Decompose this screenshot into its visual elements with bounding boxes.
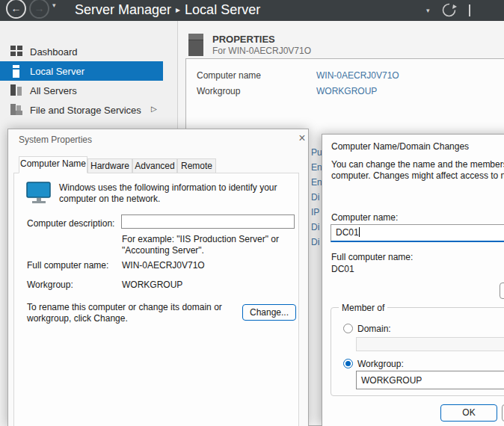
refresh-icon	[441, 2, 457, 18]
clipped-value-link[interactable]: Di	[311, 192, 319, 203]
server-manager-window: ← → ▾ Server Manager▸Local Server ▾ Dash…	[0, 0, 504, 426]
domain-input[interactable]	[356, 337, 504, 351]
workgroup-radio[interactable]	[343, 359, 353, 368]
sidebar-item-label: Dashboard	[30, 46, 78, 58]
full-computer-name-value: WIN-0AECRJ0V71O	[122, 260, 205, 271]
full-computer-name-value: DC01	[331, 264, 354, 274]
full-computer-name-label: Full computer name:	[27, 260, 108, 271]
tab-remote[interactable]: Remote	[177, 158, 216, 173]
workgroup-input[interactable]: WORKGROUP	[356, 371, 504, 389]
workgroup-value: WORKGROUP	[122, 280, 182, 290]
dialog-intro-line2: computer. Changes might affect access to…	[331, 170, 504, 181]
dialog-title: System Properties	[19, 135, 92, 145]
sidebar-item-label: Local Server	[30, 66, 84, 77]
breadcrumb-separator-icon: ▸	[171, 4, 185, 15]
ok-button[interactable]: OK	[440, 404, 497, 422]
change-button[interactable]: Change...	[242, 304, 296, 321]
all-servers-icon	[10, 84, 22, 99]
top-bar: ← → ▾ Server Manager▸Local Server ▾	[0, 0, 504, 21]
back-button[interactable]: ←	[6, 0, 26, 19]
sidebar-item-dashboard[interactable]: Dashboard	[0, 42, 163, 61]
computer-name-tab-page: Windows uses the following information t…	[13, 173, 299, 426]
clipped-value-link[interactable]: En	[311, 177, 322, 188]
member-of-groupbox: Member of Domain: Workgroup: WORKGROUP	[331, 307, 504, 396]
clipped-value-link[interactable]: IP	[311, 207, 319, 217]
workgroup-label: Workgroup:	[27, 280, 73, 290]
sidebar-item-label: All Servers	[30, 85, 77, 96]
more-button-clipped[interactable]	[500, 283, 504, 299]
member-of-label: Member of	[339, 303, 387, 313]
manage-dropdown-caret-icon[interactable]: ▾	[426, 7, 430, 14]
sidebar-item-file-storage-services[interactable]: File and Storage Services ▷	[0, 100, 163, 120]
dialog-title: Computer Name/Domain Changes	[331, 141, 469, 152]
dashboard-icon	[10, 46, 22, 58]
refresh-button[interactable]	[441, 2, 457, 21]
local-server-icon	[13, 65, 19, 80]
computer-name-link[interactable]: WIN-0AECRJ0V71O	[316, 70, 399, 81]
breadcrumb: Server Manager▸Local Server	[75, 2, 260, 18]
computer-name-input[interactable]: DC01	[331, 224, 504, 242]
clipped-value-link[interactable]: En	[311, 162, 322, 173]
tab-advanced[interactable]: Advanced	[132, 158, 177, 173]
computer-name-label: Computer name:	[331, 212, 398, 223]
clipped-value-link[interactable]: Di	[311, 237, 319, 247]
sidebar-item-local-server[interactable]: Local Server	[0, 61, 163, 81]
rename-hint-text: To rename this computer or change its do…	[27, 302, 245, 324]
expand-chevron-icon[interactable]: ▷	[151, 105, 157, 113]
nav-history-caret-icon[interactable]: ▾	[52, 2, 56, 9]
domain-radio-label: Domain:	[357, 324, 391, 334]
file-storage-services-icon	[10, 104, 22, 118]
monitor-icon	[26, 182, 52, 207]
system-properties-dialog: System Properties × Computer Name Hardwa…	[7, 129, 309, 426]
tab-computer-name[interactable]: Computer Name	[19, 156, 87, 173]
notifications-flag-icon[interactable]	[469, 4, 470, 16]
domain-radio[interactable]	[343, 324, 353, 333]
breadcrumb-app: Server Manager	[75, 2, 171, 17]
properties-subheading: For WIN-0AECRJ0V71O	[212, 46, 311, 56]
text-cursor	[359, 227, 360, 237]
description-example-text: For example: "IIS Production Server" or …	[122, 234, 306, 256]
clipped-value-link[interactable]: Di	[311, 222, 319, 232]
computer-description-input[interactable]	[121, 214, 295, 229]
computer-name-input-value: DC01	[336, 227, 359, 238]
property-label: Computer name	[197, 70, 261, 81]
tab-hardware[interactable]: Hardware	[87, 158, 132, 173]
property-label: Workgroup	[197, 86, 240, 96]
computer-description-label: Computer description:	[27, 218, 114, 229]
properties-heading: PROPERTIES	[212, 34, 275, 45]
dialog-intro-text: Windows uses the following information t…	[59, 182, 289, 205]
workgroup-link[interactable]: WORKGROUP	[316, 86, 377, 96]
full-computer-name-label: Full computer name:	[331, 252, 413, 262]
dialog-intro-line1: You can change the name and the membersh…	[331, 159, 504, 170]
domain-changes-dialog: Computer Name/Domain Changes You can cha…	[322, 134, 504, 426]
workgroup-radio-label: Workgroup:	[357, 359, 404, 369]
sidebar-item-all-servers[interactable]: All Servers	[0, 81, 163, 100]
breadcrumb-page[interactable]: Local Server	[185, 2, 260, 17]
properties-server-icon	[188, 34, 203, 56]
forward-button[interactable]: →	[29, 0, 49, 19]
sidebar-item-label: File and Storage Services	[30, 105, 141, 116]
close-icon[interactable]: ×	[295, 132, 309, 145]
clipped-value-link[interactable]: Pu	[311, 147, 322, 158]
